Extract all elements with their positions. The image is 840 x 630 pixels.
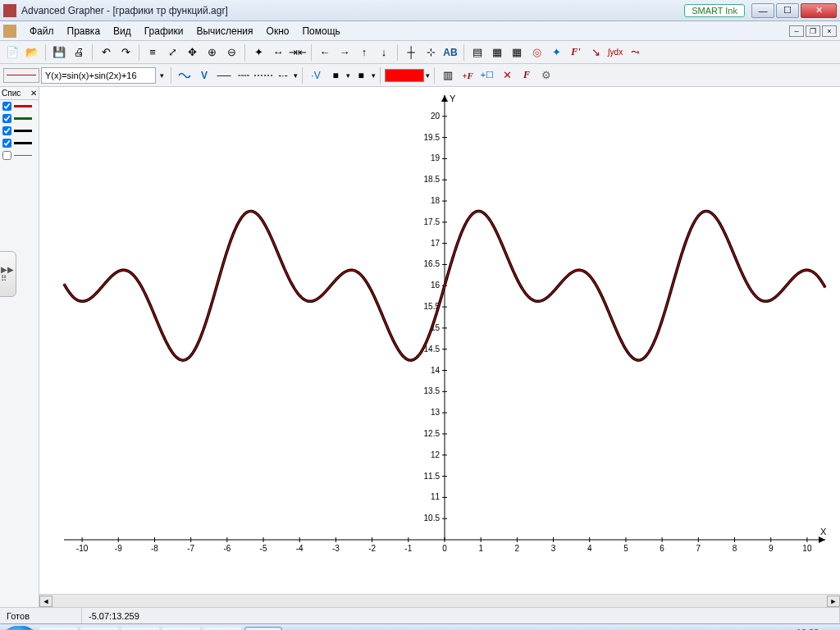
scroll-down-button[interactable]: [375, 43, 393, 62]
axes-button[interactable]: [402, 43, 420, 62]
start-button[interactable]: [3, 626, 36, 631]
menu-window[interactable]: Окно: [260, 24, 296, 39]
arrow-up-icon: [362, 47, 368, 57]
undo-button[interactable]: [97, 43, 115, 62]
legend-row[interactable]: [0, 112, 39, 125]
settings-button[interactable]: ⚙: [537, 66, 555, 84]
line-dashdot-button[interactable]: -·-: [274, 66, 292, 84]
legend-row[interactable]: [0, 125, 39, 137]
style-v-button[interactable]: V: [195, 66, 213, 84]
task-explorer[interactable]: 📁: [162, 627, 200, 631]
fit-button[interactable]: [163, 43, 181, 62]
menu-calc[interactable]: Вычисления: [189, 24, 259, 39]
minimize-button[interactable]: —: [751, 3, 774, 18]
menu-view[interactable]: Вид: [107, 24, 138, 39]
add-graph-button[interactable]: ▥: [439, 66, 457, 84]
pan-button[interactable]: [183, 43, 201, 62]
derivative-button[interactable]: F': [567, 43, 585, 62]
new-button[interactable]: [3, 43, 21, 62]
task-ie[interactable]: e: [80, 627, 118, 631]
marker-none-button[interactable]: ·V: [307, 66, 325, 84]
scroll-left-arrow[interactable]: ◄: [39, 596, 52, 607]
legend-checkbox[interactable]: [2, 114, 11, 123]
line-solid-button[interactable]: ──: [215, 66, 233, 84]
scroll-right-arrow[interactable]: ►: [827, 596, 840, 607]
color-swatch[interactable]: [385, 69, 424, 82]
svg-text:19: 19: [431, 153, 441, 162]
line-dot-button[interactable]: ⋯⋯: [254, 66, 272, 84]
table-button[interactable]: [488, 43, 506, 62]
shrink-h-button[interactable]: ⇥⇤: [289, 43, 307, 62]
trace-button[interactable]: ◎: [527, 43, 546, 62]
dup-func-button[interactable]: +☐: [478, 66, 496, 84]
tangent-button[interactable]: ↘: [587, 43, 605, 62]
menu-edit[interactable]: Правка: [61, 24, 107, 39]
series-preview[interactable]: [3, 68, 39, 83]
close-button[interactable]: ✕: [801, 3, 837, 18]
task-media-player[interactable]: ▶: [39, 627, 77, 631]
save-button[interactable]: [50, 43, 68, 62]
task-advanced-grapher[interactable]: ✛: [244, 627, 282, 631]
line-dash-icon: ╌╌: [238, 70, 249, 81]
menu-file[interactable]: Файл: [23, 24, 61, 39]
svg-text:0: 0: [442, 544, 447, 553]
print-button[interactable]: [70, 43, 88, 62]
svg-marker-3: [441, 95, 448, 102]
integral-icon: ∫ydx: [608, 48, 623, 57]
center-button[interactable]: [249, 43, 267, 62]
intersect-button[interactable]: ✦: [547, 43, 565, 62]
func-list-button[interactable]: F: [518, 66, 536, 84]
svg-text:-9: -9: [115, 544, 122, 553]
scroll-left-button[interactable]: [316, 43, 334, 62]
task-chrome[interactable]: ◉: [121, 627, 159, 631]
open-button[interactable]: [23, 43, 41, 62]
mdi-close-button[interactable]: ×: [822, 25, 837, 37]
list-button[interactable]: [144, 43, 162, 62]
marker-square-button[interactable]: ■: [326, 66, 345, 84]
add-func-button[interactable]: +F: [459, 66, 477, 84]
line-dash-button[interactable]: ╌╌: [235, 66, 253, 84]
v-icon: V: [201, 70, 208, 81]
legend-checkbox[interactable]: [2, 102, 11, 111]
legend-checkbox[interactable]: [2, 126, 11, 135]
formula-dropdown[interactable]: ▾: [158, 71, 167, 80]
redo-button[interactable]: [116, 43, 135, 62]
menu-graphs[interactable]: Графики: [138, 24, 190, 39]
zoom-out-button[interactable]: [222, 43, 240, 62]
legend-row[interactable]: [0, 100, 39, 112]
maximize-button[interactable]: ☐: [776, 3, 799, 18]
formula-input[interactable]: [41, 67, 156, 84]
mdi-restore-button[interactable]: ❐: [806, 25, 820, 37]
scroll-right-button[interactable]: [336, 43, 354, 62]
legend-row[interactable]: [0, 149, 39, 162]
crosshair-button[interactable]: ⊹: [422, 43, 440, 62]
style-wave-button[interactable]: [176, 66, 194, 84]
marker-dropdown[interactable]: ▾: [346, 71, 350, 80]
plot-area[interactable]: XY-10-9-8-7-6-5-4-3-2-101234567891010.51…: [39, 87, 840, 607]
legend-row[interactable]: [0, 137, 39, 149]
mdi-minimize-button[interactable]: –: [789, 25, 804, 37]
panel-close-button[interactable]: ✕: [30, 89, 37, 98]
marker-fill-button[interactable]: ■: [352, 66, 370, 84]
calculator-button[interactable]: ▦: [508, 43, 526, 62]
properties-button[interactable]: ▤: [468, 43, 486, 62]
legend-checkbox[interactable]: [2, 139, 11, 148]
horizontal-scrollbar[interactable]: ◄ ►: [39, 594, 840, 607]
task-notebook[interactable]: ▫: [203, 627, 241, 631]
line-dropdown[interactable]: ▾: [294, 71, 298, 80]
expand-h-button[interactable]: ↔: [269, 43, 287, 62]
regression-button[interactable]: ⤳: [626, 43, 644, 62]
color-dropdown[interactable]: ▾: [426, 71, 430, 80]
zoom-in-button[interactable]: [203, 43, 221, 62]
side-tab-handle[interactable]: ▶▶⠿: [0, 251, 16, 297]
calculator-icon: ▦: [512, 47, 522, 57]
integral-button[interactable]: ∫ydx: [606, 43, 624, 62]
legend-checkbox[interactable]: [2, 151, 11, 160]
panel-title: Спис: [2, 89, 21, 98]
smart-ink-badge[interactable]: SMART Ink: [684, 4, 745, 17]
delete-button[interactable]: [498, 66, 516, 84]
text-label-button[interactable]: AB: [441, 43, 459, 62]
scroll-up-button[interactable]: [355, 43, 373, 62]
marker-fill-dropdown[interactable]: ▾: [372, 71, 376, 80]
menu-help[interactable]: Помощь: [295, 24, 346, 39]
